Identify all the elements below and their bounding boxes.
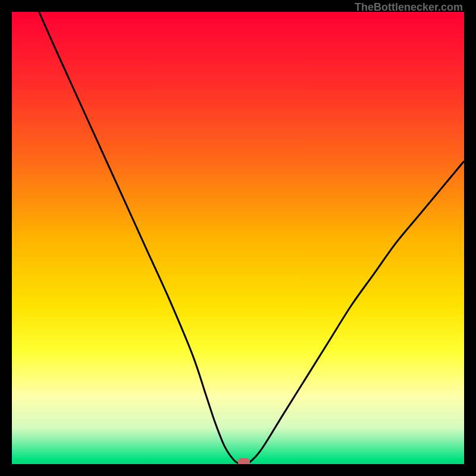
chart-curve-layer <box>12 12 464 464</box>
optimal-marker <box>238 458 250 464</box>
attribution-text: TheBottlenecker.com <box>355 1 463 14</box>
bottleneck-curve-path <box>39 12 464 464</box>
chart-plot-area <box>12 12 464 464</box>
